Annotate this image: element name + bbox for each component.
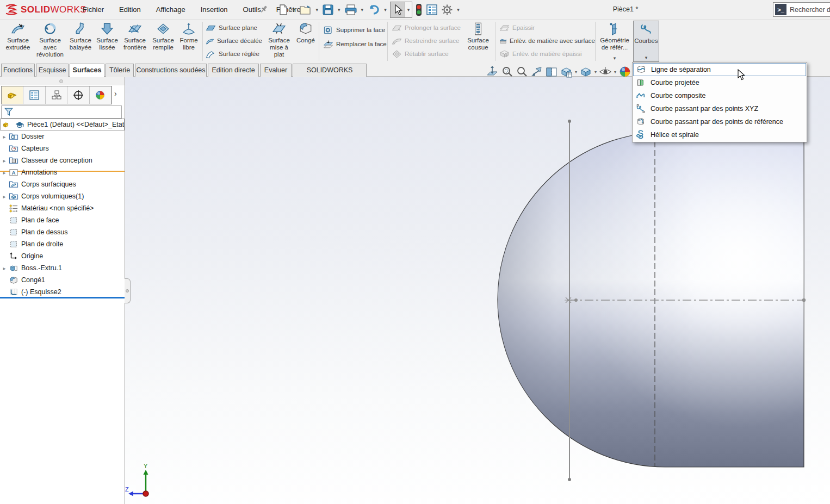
tree-item-conge1[interactable]: Congé1 xyxy=(0,274,125,286)
previous-view-button[interactable] xyxy=(530,65,544,79)
menu-affichage[interactable]: Affichage xyxy=(148,0,193,20)
ribbon-surface-mise-a-plat-button[interactable]: Surface mise à plat xyxy=(264,21,294,61)
open-button[interactable] xyxy=(298,2,314,17)
tree-item-capteurs[interactable]: Capteurs xyxy=(0,142,125,154)
ribbon-conge-button[interactable]: Congé xyxy=(295,21,317,61)
menu-item-ligne-de-separation[interactable]: Ligne de séparation xyxy=(633,63,806,76)
print-dropdown-arrow-icon[interactable]: ▾ xyxy=(359,7,366,13)
select-tool-button[interactable] xyxy=(391,2,405,17)
tree-item-plan-de-droite[interactable]: Plan de droite xyxy=(0,238,125,250)
print-button[interactable] xyxy=(343,2,359,17)
ribbon-surface-decalee-button[interactable]: Surface décalée xyxy=(205,35,262,47)
zoom-fit-button[interactable] xyxy=(486,65,500,79)
options-dropdown-arrow-icon[interactable]: ▾ xyxy=(455,7,462,13)
ribbon-prolonger-la-surface-button[interactable]: Prolonger la surface xyxy=(391,22,462,34)
tab-propertymanager[interactable] xyxy=(23,86,45,104)
tree-item-annotations[interactable]: ▸ A Annotations xyxy=(0,166,125,178)
expand-arrow-icon[interactable]: ▸ xyxy=(0,170,9,176)
new-dropdown-arrow-icon[interactable]: ▾ xyxy=(290,7,298,13)
ribbon-surface-remplie-button[interactable]: Surface remplie xyxy=(150,21,176,61)
tab-edition-directe[interactable]: Edition directe xyxy=(208,64,259,77)
tree-item-dossier[interactable]: ▸ Dossier xyxy=(0,130,125,142)
ribbon-surface-reglee-button[interactable]: Surface réglée xyxy=(205,48,262,60)
ribbon-surface-lissee-button[interactable]: Surface lissée xyxy=(95,21,120,61)
menu-item-courbe-points-xyz[interactable]: Courbe passant par des points XYZ xyxy=(633,102,806,115)
ribbon-epaissir-button[interactable]: Epaissir xyxy=(498,22,595,34)
menu-item-courbe-points-reference[interactable]: Courbe passant par des points de référen… xyxy=(633,115,806,128)
rebuild-button[interactable] xyxy=(413,2,424,17)
tree-item-classeur-de-conception[interactable]: ▸ Classeur de conception xyxy=(0,154,125,166)
menu-item-courbe-projetee[interactable]: Courbe projetée xyxy=(633,76,806,89)
tab-tolerie[interactable]: Tôlerie xyxy=(106,64,134,77)
ribbon-remplacer-la-face-button[interactable]: Remplacer la face xyxy=(322,38,387,50)
ribbon-restreindre-surface-button[interactable]: Restreindre surface xyxy=(391,35,462,47)
tab-dimxpertmanager[interactable] xyxy=(67,86,89,104)
panel-tabs-overflow-icon[interactable]: › xyxy=(114,89,117,98)
menu-item-helice-et-spirale[interactable]: Hélice et spirale xyxy=(633,128,806,141)
ribbon-surface-extrudee-button[interactable]: Surface extrudée xyxy=(2,21,34,61)
ribbon-surface-cousue-button[interactable]: Surface cousue xyxy=(463,21,493,61)
panel-collapse-handle[interactable] xyxy=(125,278,131,303)
tab-evaluer[interactable]: Evaluer xyxy=(260,64,292,77)
tree-root-piece1[interactable]: Pièce1 (Défaut) <<Défaut>_Etat d xyxy=(0,119,125,130)
menu-item-courbe-composite[interactable]: Courbe composite xyxy=(633,89,806,102)
section-view-button[interactable] xyxy=(544,65,559,79)
ribbon-forme-libre-button[interactable]: Forme libre xyxy=(177,21,200,61)
expand-arrow-icon[interactable]: ▸ xyxy=(0,134,9,140)
save-dropdown-arrow-icon[interactable]: ▾ xyxy=(336,7,343,13)
options-button[interactable] xyxy=(439,2,455,17)
tab-esquisse[interactable]: Esquisse xyxy=(36,64,69,77)
edit-appearance-button[interactable] xyxy=(618,65,632,79)
undo-button[interactable] xyxy=(366,2,382,17)
ribbon-surface-revolution-button[interactable]: Surface avec révolution xyxy=(34,21,66,61)
expand-arrow-icon[interactable]: ▸ xyxy=(0,158,9,164)
select-tool-dropdown[interactable]: ▾ xyxy=(405,2,412,17)
tree-item-origine[interactable]: Origine xyxy=(0,250,125,262)
ribbon-enlev-matiere-avec-surface-button[interactable]: Enlèv. de matière avec surface xyxy=(498,35,595,47)
tree-item-plan-de-dessus[interactable]: Plan de dessus xyxy=(0,226,125,238)
tree-item-materiau[interactable]: Matériau <non spécifié> xyxy=(0,202,125,214)
tree-item-corps-surfaciques[interactable]: Corps surfaciques xyxy=(0,178,125,190)
tab-featuremanager-tree[interactable] xyxy=(2,86,23,104)
tree-filter-input[interactable] xyxy=(1,105,122,119)
display-style-arrow-icon[interactable]: ▾ xyxy=(593,70,598,74)
zoom-magnifier-button[interactable] xyxy=(515,65,529,79)
ribbon-surface-balayee-button[interactable]: Surface balayée xyxy=(66,21,95,61)
tab-constructions-soudees[interactable]: Constructions soudées xyxy=(135,64,207,77)
tree-item-plan-de-face[interactable]: Plan de face xyxy=(0,214,125,226)
view-orientation-button[interactable] xyxy=(559,65,573,79)
tab-fonctions[interactable]: Fonctions xyxy=(1,64,35,77)
tab-configurationmanager[interactable] xyxy=(46,86,67,104)
ribbon-supprimer-la-face-button[interactable]: Supprimer la face xyxy=(322,24,387,36)
hide-show-arrow-icon[interactable]: ▾ xyxy=(613,70,617,74)
file-properties-button[interactable] xyxy=(424,2,439,17)
menu-insertion[interactable]: Insertion xyxy=(193,0,236,20)
new-document-button[interactable] xyxy=(276,2,290,17)
rollback-bar[interactable] xyxy=(0,297,125,298)
ribbon-geometrie-de-reference-flyout[interactable]: Géométrie de référ... ▾ xyxy=(598,21,631,62)
ribbon-retablir-surface-button[interactable]: Rétablir surface xyxy=(391,48,462,60)
tab-surfaces[interactable]: Surfaces xyxy=(70,64,104,77)
undo-dropdown-arrow-icon[interactable]: ▾ xyxy=(382,7,389,13)
ribbon-surface-plane-button[interactable]: Surface plane xyxy=(205,22,262,34)
splitter-handle-icon[interactable] xyxy=(59,79,63,83)
tree-item-boss-extru1[interactable]: ▸ Boss.-Extru.1 xyxy=(0,262,125,274)
panel-splitter[interactable] xyxy=(0,77,125,85)
menu-fichier[interactable]: Fichier xyxy=(75,0,112,20)
expand-arrow-icon[interactable]: ▸ xyxy=(0,265,9,271)
tree-item-corps-volumiques[interactable]: ▸ Corps volumiques(1) xyxy=(0,190,125,202)
menu-edition[interactable]: Edition xyxy=(112,0,148,20)
view-orientation-arrow-icon[interactable]: ▾ xyxy=(574,70,578,74)
search-box[interactable]: >_ Rechercher des xyxy=(773,2,830,17)
expand-arrow-icon[interactable]: ▸ xyxy=(0,194,9,200)
open-dropdown-arrow-icon[interactable]: ▾ xyxy=(314,7,321,13)
tab-displaymanager[interactable] xyxy=(90,86,112,104)
hide-show-items-button[interactable] xyxy=(598,65,612,79)
model-body[interactable] xyxy=(498,132,804,467)
save-button[interactable] xyxy=(320,2,336,17)
tab-solidworks-visualize[interactable]: SOLIDWORKS Visualize xyxy=(293,64,367,77)
tree-item-esquisse2[interactable]: (-) Esquisse2 xyxy=(0,286,125,298)
pushpin-icon[interactable] xyxy=(259,4,269,16)
zoom-area-button[interactable] xyxy=(500,65,515,79)
display-style-button[interactable] xyxy=(579,65,593,79)
